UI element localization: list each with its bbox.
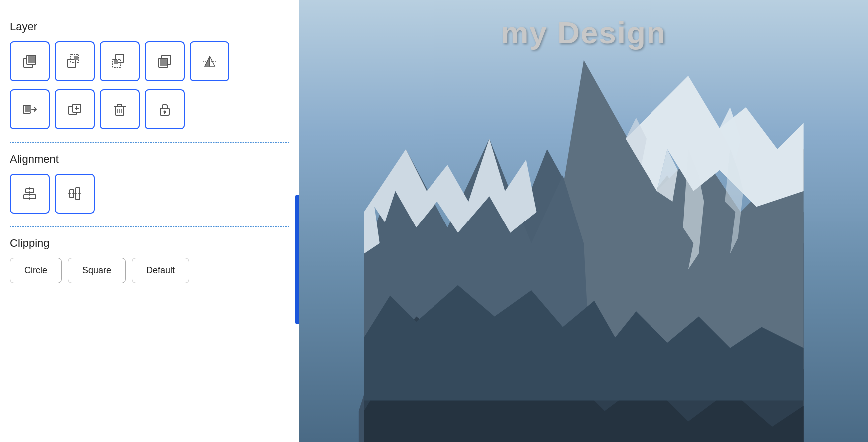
bring-forward-btn[interactable]	[55, 41, 95, 81]
svg-rect-3	[68, 59, 76, 67]
layer-section-title: Layer	[10, 20, 289, 33]
clipping-buttons: Circle Square Default	[10, 258, 289, 283]
left-panel: Layer	[0, 0, 299, 442]
svg-rect-2	[28, 56, 35, 63]
layer-row1	[10, 41, 289, 81]
right-panel: my Design	[299, 0, 868, 442]
delete-btn[interactable]	[100, 89, 140, 129]
align-center-h-btn[interactable]	[10, 174, 50, 214]
svg-rect-11	[160, 59, 167, 66]
svg-rect-8	[114, 60, 118, 64]
send-to-back-btn[interactable]	[145, 41, 185, 81]
top-divider	[10, 10, 289, 10]
send-backward-btn[interactable]	[100, 41, 140, 81]
alignment-section-title: Alignment	[10, 153, 289, 166]
svg-point-25	[164, 111, 166, 113]
alignment-row	[10, 174, 289, 214]
duplicate-btn[interactable]	[55, 89, 95, 129]
lock-btn[interactable]	[145, 89, 185, 129]
clipping-section-title: Clipping	[10, 237, 289, 250]
vertical-accent-bar	[295, 195, 299, 324]
svg-rect-5	[74, 56, 78, 60]
square-clip-btn[interactable]: Square	[68, 258, 126, 283]
layer-row2	[10, 89, 289, 129]
arrange-btn[interactable]	[10, 89, 50, 129]
mid-divider	[10, 142, 289, 143]
bottom-divider	[10, 226, 289, 227]
design-title: my Design	[299, 15, 868, 50]
bring-to-front-btn[interactable]	[10, 41, 50, 81]
circle-clip-btn[interactable]: Circle	[10, 258, 62, 283]
default-clip-btn[interactable]: Default	[132, 258, 189, 283]
align-center-v-btn[interactable]	[55, 174, 95, 214]
mountain-illustration	[299, 44, 868, 442]
svg-rect-14	[25, 106, 31, 112]
flip-btn[interactable]	[190, 41, 229, 81]
